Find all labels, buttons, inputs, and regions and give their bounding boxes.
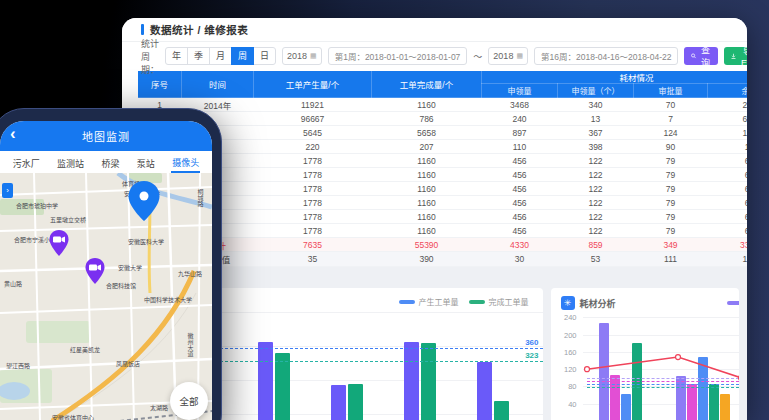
- week-to-value: 第16周：2018-04-16～2018-04-22: [541, 50, 671, 62]
- table-cell: 35: [254, 252, 372, 267]
- table-cell: 690: [708, 112, 748, 126]
- bar: [599, 323, 609, 420]
- tab-pump-station[interactable]: 泵站: [136, 153, 156, 172]
- total-row: 合计76355539043308593493349: [138, 238, 748, 252]
- table-cell: 67: [708, 154, 748, 168]
- sub-column-header: 余量: [708, 84, 748, 98]
- breadcrumb-accent-bar: [141, 24, 144, 35]
- table-cell: 129: [708, 126, 748, 140]
- tab-bridge[interactable]: 桥梁: [100, 153, 120, 172]
- table-cell: 7635: [254, 238, 372, 252]
- segment-day[interactable]: 日: [253, 47, 276, 65]
- table-cell: 340: [558, 98, 634, 112]
- bar: [275, 353, 290, 420]
- bar: [687, 384, 697, 420]
- bar: [331, 385, 346, 420]
- map-label: 桐城路: [196, 189, 205, 207]
- table-cell: 67: [708, 210, 748, 224]
- week-from-input[interactable]: 第1周：2018-01-01～2018-01-07: [328, 47, 468, 65]
- table-row: 12014年119211160346834070250: [138, 98, 748, 112]
- table-cell: 456: [482, 224, 558, 238]
- map-label: 安徽大学: [118, 263, 142, 272]
- average-refline: [587, 387, 739, 388]
- table-cell: 859: [558, 238, 634, 252]
- table-cell: 786: [372, 112, 482, 126]
- map-label: 安徽医科大学: [128, 237, 164, 246]
- refline-label: 360: [525, 338, 538, 347]
- camera-pin[interactable]: [48, 229, 70, 257]
- table-cell: 1160: [372, 210, 482, 224]
- year-from-value: 2018: [287, 51, 307, 61]
- table-cell: 1778: [254, 224, 372, 238]
- year-from-select[interactable]: 2018 ▦: [282, 47, 322, 65]
- year-to-select[interactable]: 2018 ▦: [488, 47, 528, 65]
- table-cell: 145: [708, 252, 748, 267]
- group-column-header: 耗材情况: [482, 71, 748, 84]
- table-cell: 367: [558, 126, 634, 140]
- filter-bar: 统计周期： 年 季 月 周 日 2018 ▦ 第1周：2018-01-01～20…: [122, 42, 747, 70]
- table-body: 12014年1192111603468340702509666778624013…: [138, 98, 748, 267]
- table-cell: 70: [634, 98, 708, 112]
- selected-location-pin[interactable]: [126, 179, 162, 223]
- back-icon[interactable]: ‹: [10, 124, 16, 144]
- search-icon: [691, 52, 696, 60]
- bar: [404, 342, 419, 420]
- bar: [709, 384, 719, 420]
- table-cell: 7: [634, 112, 708, 126]
- table-cell: 1160: [372, 224, 482, 238]
- table-cell: 456: [482, 154, 558, 168]
- range-separator: ～: [473, 50, 482, 63]
- average-refline: [587, 381, 739, 382]
- camera-pin[interactable]: [84, 257, 106, 285]
- y-axis-tick: 160: [557, 348, 577, 357]
- average-refline: [587, 384, 739, 385]
- segment-month[interactable]: 月: [209, 47, 232, 65]
- bar-line-chart-plot: 2402001601208040: [551, 288, 739, 420]
- bar: [494, 401, 509, 420]
- bar: [477, 362, 492, 420]
- query-button[interactable]: 查询: [684, 47, 718, 65]
- table-cell: 55390: [372, 238, 482, 252]
- tab-monitor-station[interactable]: 监测站: [56, 153, 85, 172]
- table-cell: 1160: [372, 168, 482, 182]
- export-excel-button[interactable]: 导出Excel: [724, 47, 747, 65]
- table-row: 177811604561227967: [138, 168, 748, 182]
- table-cell: 390: [372, 252, 482, 267]
- map-label: 黄山路: [4, 279, 22, 288]
- breadcrumb: 数据统计 / 维修报表: [150, 22, 248, 37]
- column-header: 工单产生量/个: [254, 71, 372, 98]
- show-all-button[interactable]: 全部: [170, 382, 208, 420]
- map-label: 凤凰饭店: [116, 359, 140, 368]
- segment-year[interactable]: 年: [165, 47, 188, 65]
- table-cell: 1160: [372, 196, 482, 210]
- map-view[interactable]: › 合肥市琥珀中学体育场安徽农业大学桐城路五里墩立交桥安徽医科大学合肥市宁溪小学…: [0, 173, 212, 420]
- gridline: [583, 317, 739, 318]
- table-row: 2202071103989019: [138, 140, 748, 154]
- tab-sewage-plant[interactable]: 污水厂: [12, 153, 41, 172]
- table-cell: 1778: [254, 168, 372, 182]
- download-icon: [731, 52, 736, 61]
- table-row: 177811604561227967: [138, 196, 748, 210]
- report-table-wrapper: 序号时间工单产生量/个工单完成量/个耗材情况申领量申领量（个）审批量余量 120…: [137, 70, 747, 267]
- segment-quarter[interactable]: 季: [187, 47, 210, 65]
- table-cell: 1778: [254, 210, 372, 224]
- table-row: 177811604561227967: [138, 210, 748, 224]
- sub-column-header: 申领量（个）: [558, 84, 634, 98]
- table-cell: 1778: [254, 182, 372, 196]
- table-cell: 122: [558, 182, 634, 196]
- week-to-input[interactable]: 第16周：2018-04-16～2018-04-22: [534, 47, 678, 65]
- tab-camera[interactable]: 摄像头: [171, 152, 200, 173]
- bar: [676, 376, 686, 420]
- segment-week[interactable]: 周: [231, 47, 254, 65]
- table-cell: 124: [634, 126, 708, 140]
- table-cell: 53: [558, 252, 634, 267]
- table-cell: 240: [482, 112, 558, 126]
- table-row: 96667786240137690: [138, 112, 748, 126]
- calendar-icon: ▦: [310, 52, 317, 60]
- table-cell: 79: [634, 182, 708, 196]
- export-button-label: 导出Excel: [739, 45, 747, 68]
- map-label: 合肥科技馆: [106, 281, 136, 290]
- average-refline: [587, 378, 739, 379]
- period-segmented-control: 年 季 月 周 日: [165, 47, 276, 65]
- table-cell: 4330: [482, 238, 558, 252]
